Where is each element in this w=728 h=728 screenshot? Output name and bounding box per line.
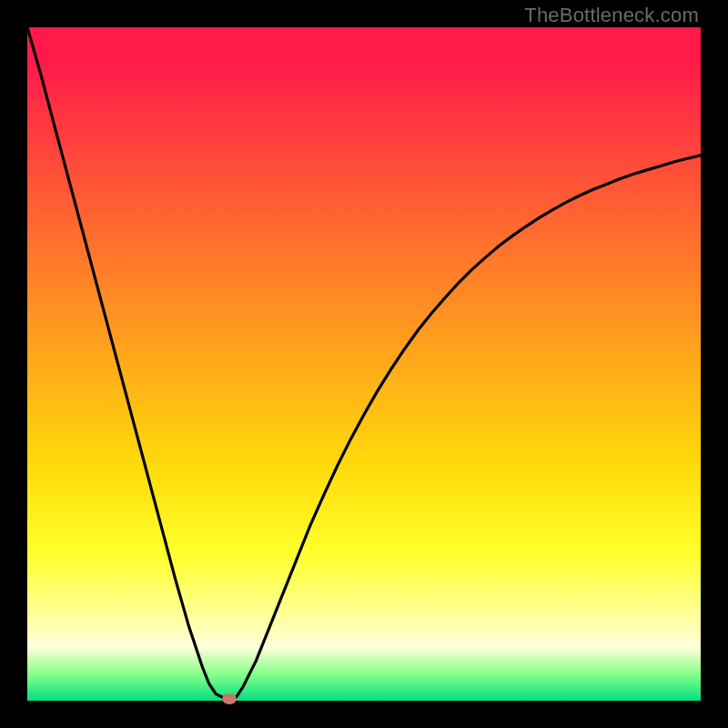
chart-frame: TheBottleneck.com	[0, 0, 728, 728]
bottleneck-curve	[27, 27, 701, 701]
attribution-text: TheBottleneck.com	[524, 4, 699, 27]
curve-layer	[27, 27, 701, 701]
optimal-point-marker	[222, 693, 237, 704]
